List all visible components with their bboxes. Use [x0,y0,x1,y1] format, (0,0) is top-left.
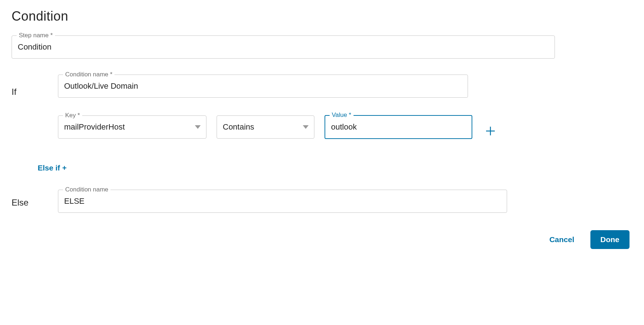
rule-row: Key * mailProviderHost Contains Value * [58,115,632,148]
step-name-input[interactable] [12,35,555,59]
step-name-label: Step name * [17,32,55,39]
else-label: Else [12,195,48,208]
if-condition-name-field: Condition name * [58,75,468,98]
step-name-field: Step name * [12,35,555,59]
if-condition-name-label: Condition name * [63,71,114,78]
if-row: If Condition name * [12,75,632,106]
value-label: Value * [330,111,354,119]
else-row: Else Condition name [12,190,632,213]
else-condition-name-input[interactable] [58,190,507,213]
add-rule-button[interactable] [482,123,498,140]
else-condition-name-field: Condition name [58,190,507,213]
key-label: Key * [63,112,82,119]
operator-field: Contains [217,115,314,139]
value-field: Value * [325,115,472,139]
if-condition-name-input[interactable] [58,75,468,98]
done-button[interactable]: Done [590,230,630,249]
elseif-button[interactable]: Else if + [38,164,67,172]
elseif-section: Else if + [38,164,632,172]
operator-select[interactable]: Contains [217,115,314,139]
else-condition-name-label: Condition name [63,186,110,193]
if-label: If [12,84,48,97]
footer: Cancel Done [12,230,632,249]
plus-icon [485,126,495,137]
page-title: Condition [12,9,632,24]
key-field: Key * mailProviderHost [58,115,206,139]
cancel-button[interactable]: Cancel [542,231,582,248]
